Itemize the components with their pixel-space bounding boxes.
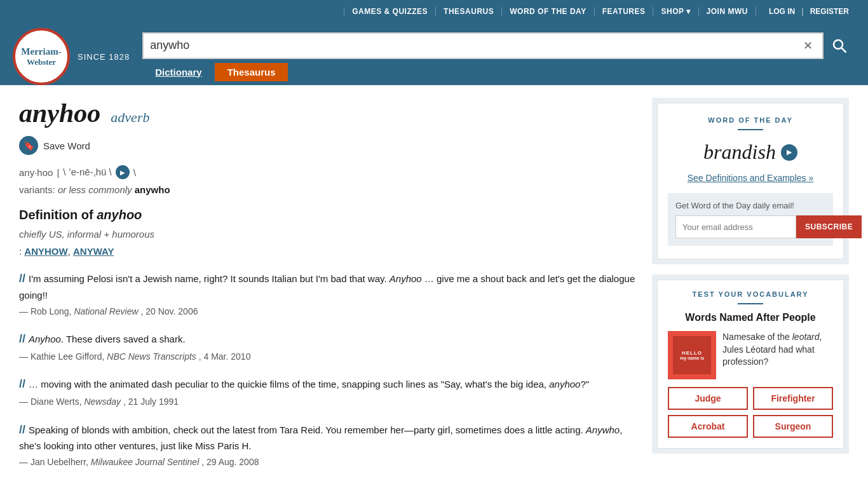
vocab-outer: TEST YOUR VOCABULARY Words Named After P… [652, 274, 849, 454]
def-heading-prefix: Definition of [19, 208, 93, 222]
search-and-tabs: ✕ Dictionary Thesaurus [142, 32, 855, 81]
wotd-word: brandish [703, 140, 776, 164]
search-row: ✕ [142, 32, 855, 59]
svg-line-1 [842, 48, 846, 52]
nav-features[interactable]: FEATURES [595, 7, 654, 16]
word-title: anyhoo [19, 98, 100, 128]
top-nav: GAMES & QUIZZES THESAURUS WORD OF THE DA… [344, 7, 756, 16]
search-button[interactable] [824, 32, 855, 59]
word-pos: adverb [111, 109, 149, 126]
vocab-divider [738, 303, 763, 304]
quote-block-2: // Anyhoo. These divers saved a shark. —… [19, 330, 639, 363]
tabs-row: Dictionary Thesaurus [142, 63, 855, 81]
save-word-button[interactable]: 🔖 [19, 136, 38, 155]
wotd-audio-button[interactable]: ▶ [781, 144, 797, 161]
quote-source-4: — Jan Uebelherr, Milwaukee Journal Senti… [19, 455, 639, 469]
register-link[interactable]: REGISTER [804, 7, 855, 16]
variants-row: variants: or less commonly anywho [19, 184, 639, 195]
def-link-anyway[interactable]: ANYWAY [73, 246, 114, 257]
vocab-question: Namesake of the leotard, Jules Léotard h… [722, 331, 833, 379]
quote-text-2: Anyhoo. These divers saved a shark. [29, 334, 186, 344]
quote-text-3: … moving with the animated dash peculiar… [29, 379, 589, 390]
quote-mark-2: // [19, 332, 29, 345]
quote-text-4: Speaking of blonds with ambition, check … [19, 424, 622, 452]
quote-source-1: — Rob Long, National Review , 20 Nov. 20… [19, 304, 639, 318]
wotd-card: WORD OF THE DAY brandish ▶ See Definitio… [657, 103, 844, 259]
logo-area: Merriam- Webster SINCE 1828 [13, 28, 130, 85]
vocab-btn-firefighter[interactable]: Firefighter [753, 387, 833, 410]
hello-text: HELLO [682, 350, 702, 356]
wotd-email-label: Get Word of the Day daily email! [675, 201, 825, 210]
quote-source-3: — Diane Werts, Newsday , 21 July 1991 [19, 395, 639, 409]
quote-mark-1: // [19, 272, 29, 285]
nav-join[interactable]: JOIN MWU [699, 7, 756, 16]
search-input[interactable] [150, 39, 800, 52]
wotd-email-bg: Get Word of the Day daily email! SUBSCRI… [668, 193, 833, 246]
vocab-image: HELLO my name is [668, 331, 716, 379]
wotd-link[interactable]: See Definitions and Examples » [668, 173, 833, 183]
sidebar: WORD OF THE DAY brandish ▶ See Definitio… [652, 98, 849, 481]
wotd-label: WORD OF THE DAY [668, 116, 833, 124]
quote-mark-4: // [19, 423, 29, 436]
pronunciation: \ ˈe-nē-ˌhü \ [63, 166, 111, 178]
vocab-image-inner: HELLO my name is [673, 336, 711, 374]
nav-shop[interactable]: SHOP [653, 7, 698, 16]
tab-thesaurus[interactable]: Thesaurus [215, 63, 288, 81]
nav-thesaurus[interactable]: THESAURUS [436, 7, 502, 16]
wotd-word-row: brandish ▶ [668, 140, 833, 164]
def-headword: anyhoo [97, 208, 142, 222]
vocab-image-row: HELLO my name is Namesake of the leotard… [668, 331, 833, 379]
vocab-buttons: Judge Firefighter Acrobat Surgeon [668, 387, 833, 438]
save-word-label[interactable]: Save Word [43, 140, 90, 151]
def-links: : ANYHOW, ANYWAY [19, 246, 639, 257]
main-container: anyhoo adverb 🔖 Save Word any·hoo | \ ˈe… [0, 85, 868, 488]
name-text: my name is [680, 356, 704, 360]
vocab-btn-acrobat[interactable]: Acrobat [668, 415, 748, 438]
vocab-title: Words Named After People [668, 312, 833, 323]
def-colon: : [19, 246, 22, 257]
logo-text-line2: Webster [27, 57, 56, 67]
quote-block-1: // I'm assuming Pelosi isn't a Jewish na… [19, 269, 639, 318]
variants-or: or less commonly [58, 184, 132, 195]
mw-logo[interactable]: Merriam- Webster [13, 28, 70, 85]
quote-mark-3: // [19, 377, 29, 390]
vocab-btn-surgeon[interactable]: Surgeon [753, 415, 833, 438]
since-text: SINCE 1828 [78, 52, 130, 62]
variants-prefix: variants: [19, 184, 55, 195]
nav-games[interactable]: GAMES & QUIZZES [344, 7, 436, 16]
email-row: SUBSCRIBE [675, 215, 825, 238]
audio-button[interactable]: ▶ [116, 165, 130, 179]
content-area: anyhoo adverb 🔖 Save Word any·hoo | \ ˈe… [19, 98, 639, 481]
login-link[interactable]: LOG IN [763, 7, 801, 16]
pronunciation-row: any·hoo | \ ˈe-nē-ˌhü \ ▶ \ [19, 165, 639, 179]
vocab-btn-judge[interactable]: Judge [668, 387, 748, 410]
pron-close: \ [133, 167, 136, 178]
quote-block-3: // … moving with the animated dash pecul… [19, 375, 639, 409]
logo-text-line1: Merriam- [21, 46, 61, 57]
tab-dictionary[interactable]: Dictionary [142, 63, 214, 81]
auth-links: LOG IN | REGISTER [763, 7, 855, 16]
top-header: GAMES & QUIZZES THESAURUS WORD OF THE DA… [0, 0, 868, 23]
nav-wotd[interactable]: WORD OF THE DAY [502, 7, 594, 16]
save-word-row: 🔖 Save Word [19, 136, 639, 155]
vocab-card: TEST YOUR VOCABULARY Words Named After P… [657, 280, 844, 449]
search-icon [832, 39, 846, 53]
syllables: any·hoo [19, 167, 53, 178]
wotd-outer: WORD OF THE DAY brandish ▶ See Definitio… [652, 98, 849, 264]
vocab-label: TEST YOUR VOCABULARY [668, 290, 833, 298]
pron-separator: | [57, 167, 59, 178]
quote-text-1: I'm assuming Pelosi isn't a Jewish name,… [19, 273, 635, 301]
word-title-row: anyhoo adverb [19, 98, 639, 128]
usage-label: chiefly US, informal + humorous [19, 229, 639, 240]
logo-search-bar: Merriam- Webster SINCE 1828 ✕ Dictionary… [0, 23, 868, 85]
search-box: ✕ [142, 32, 824, 59]
def-link-anyhow[interactable]: ANYHOW [24, 246, 67, 257]
email-input[interactable] [675, 215, 796, 238]
def-heading: Definition of anyhoo [19, 208, 639, 222]
quote-block-4: // Speaking of blonds with ambition, che… [19, 421, 639, 470]
subscribe-button[interactable]: SUBSCRIBE [796, 215, 862, 238]
wotd-divider [738, 129, 763, 130]
clear-search-button[interactable]: ✕ [800, 39, 816, 53]
quote-source-2: — Kathie Lee Gifford, NBC News Transcrip… [19, 349, 639, 363]
variant-word: anywho [135, 184, 170, 195]
